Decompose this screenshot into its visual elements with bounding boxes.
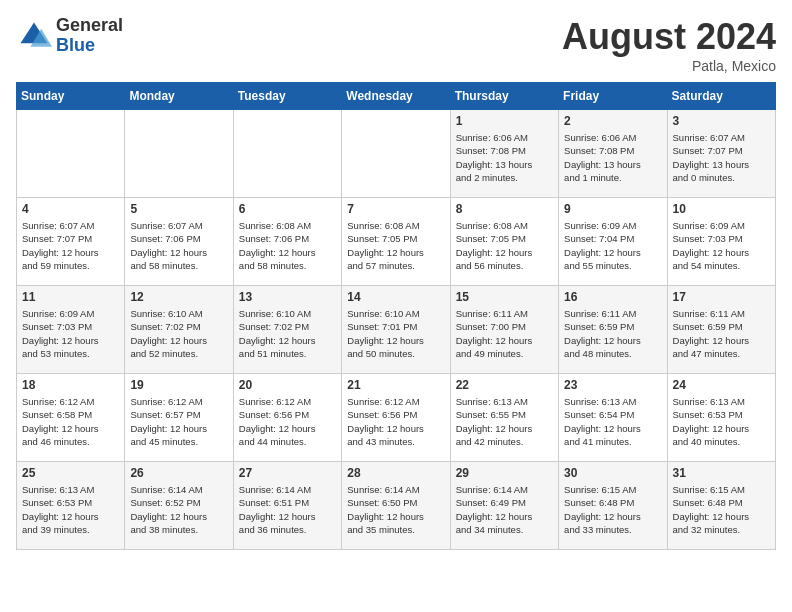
day-number: 14 — [347, 290, 444, 304]
day-cell: 28Sunrise: 6:14 AM Sunset: 6:50 PM Dayli… — [342, 462, 450, 550]
day-number: 22 — [456, 378, 553, 392]
day-cell: 11Sunrise: 6:09 AM Sunset: 7:03 PM Dayli… — [17, 286, 125, 374]
day-number: 28 — [347, 466, 444, 480]
day-cell — [125, 110, 233, 198]
day-info: Sunrise: 6:06 AM Sunset: 7:08 PM Dayligh… — [564, 131, 661, 184]
day-cell: 27Sunrise: 6:14 AM Sunset: 6:51 PM Dayli… — [233, 462, 341, 550]
day-info: Sunrise: 6:14 AM Sunset: 6:49 PM Dayligh… — [456, 483, 553, 536]
day-info: Sunrise: 6:14 AM Sunset: 6:51 PM Dayligh… — [239, 483, 336, 536]
day-number: 24 — [673, 378, 770, 392]
day-number: 18 — [22, 378, 119, 392]
logo-icon — [16, 18, 52, 54]
day-number: 8 — [456, 202, 553, 216]
day-info: Sunrise: 6:09 AM Sunset: 7:03 PM Dayligh… — [22, 307, 119, 360]
page-header: General Blue August 2024 Patla, Mexico — [16, 16, 776, 74]
day-info: Sunrise: 6:11 AM Sunset: 6:59 PM Dayligh… — [564, 307, 661, 360]
header-day-wednesday: Wednesday — [342, 83, 450, 110]
header-day-thursday: Thursday — [450, 83, 558, 110]
day-info: Sunrise: 6:08 AM Sunset: 7:05 PM Dayligh… — [347, 219, 444, 272]
day-number: 27 — [239, 466, 336, 480]
day-number: 2 — [564, 114, 661, 128]
day-number: 1 — [456, 114, 553, 128]
day-info: Sunrise: 6:12 AM Sunset: 6:58 PM Dayligh… — [22, 395, 119, 448]
week-row-3: 11Sunrise: 6:09 AM Sunset: 7:03 PM Dayli… — [17, 286, 776, 374]
header-day-saturday: Saturday — [667, 83, 775, 110]
day-cell: 19Sunrise: 6:12 AM Sunset: 6:57 PM Dayli… — [125, 374, 233, 462]
day-cell: 31Sunrise: 6:15 AM Sunset: 6:48 PM Dayli… — [667, 462, 775, 550]
day-info: Sunrise: 6:13 AM Sunset: 6:53 PM Dayligh… — [673, 395, 770, 448]
header-day-monday: Monday — [125, 83, 233, 110]
day-cell: 15Sunrise: 6:11 AM Sunset: 7:00 PM Dayli… — [450, 286, 558, 374]
day-info: Sunrise: 6:12 AM Sunset: 6:56 PM Dayligh… — [347, 395, 444, 448]
week-row-1: 1Sunrise: 6:06 AM Sunset: 7:08 PM Daylig… — [17, 110, 776, 198]
day-number: 25 — [22, 466, 119, 480]
header-row: SundayMondayTuesdayWednesdayThursdayFrid… — [17, 83, 776, 110]
day-cell: 9Sunrise: 6:09 AM Sunset: 7:04 PM Daylig… — [559, 198, 667, 286]
day-cell: 8Sunrise: 6:08 AM Sunset: 7:05 PM Daylig… — [450, 198, 558, 286]
day-cell: 23Sunrise: 6:13 AM Sunset: 6:54 PM Dayli… — [559, 374, 667, 462]
day-cell: 4Sunrise: 6:07 AM Sunset: 7:07 PM Daylig… — [17, 198, 125, 286]
day-info: Sunrise: 6:10 AM Sunset: 7:02 PM Dayligh… — [130, 307, 227, 360]
day-info: Sunrise: 6:07 AM Sunset: 7:07 PM Dayligh… — [673, 131, 770, 184]
day-number: 17 — [673, 290, 770, 304]
day-number: 31 — [673, 466, 770, 480]
day-number: 19 — [130, 378, 227, 392]
month-title: August 2024 — [562, 16, 776, 58]
day-info: Sunrise: 6:15 AM Sunset: 6:48 PM Dayligh… — [673, 483, 770, 536]
calendar-table: SundayMondayTuesdayWednesdayThursdayFrid… — [16, 82, 776, 550]
day-cell: 3Sunrise: 6:07 AM Sunset: 7:07 PM Daylig… — [667, 110, 775, 198]
day-cell: 10Sunrise: 6:09 AM Sunset: 7:03 PM Dayli… — [667, 198, 775, 286]
day-cell: 20Sunrise: 6:12 AM Sunset: 6:56 PM Dayli… — [233, 374, 341, 462]
day-info: Sunrise: 6:13 AM Sunset: 6:53 PM Dayligh… — [22, 483, 119, 536]
day-number: 29 — [456, 466, 553, 480]
day-number: 15 — [456, 290, 553, 304]
day-info: Sunrise: 6:14 AM Sunset: 6:52 PM Dayligh… — [130, 483, 227, 536]
day-info: Sunrise: 6:13 AM Sunset: 6:54 PM Dayligh… — [564, 395, 661, 448]
day-info: Sunrise: 6:10 AM Sunset: 7:01 PM Dayligh… — [347, 307, 444, 360]
day-cell: 17Sunrise: 6:11 AM Sunset: 6:59 PM Dayli… — [667, 286, 775, 374]
header-day-tuesday: Tuesday — [233, 83, 341, 110]
day-cell — [233, 110, 341, 198]
day-cell — [342, 110, 450, 198]
week-row-2: 4Sunrise: 6:07 AM Sunset: 7:07 PM Daylig… — [17, 198, 776, 286]
day-cell: 30Sunrise: 6:15 AM Sunset: 6:48 PM Dayli… — [559, 462, 667, 550]
week-row-4: 18Sunrise: 6:12 AM Sunset: 6:58 PM Dayli… — [17, 374, 776, 462]
day-number: 21 — [347, 378, 444, 392]
day-info: Sunrise: 6:09 AM Sunset: 7:04 PM Dayligh… — [564, 219, 661, 272]
day-number: 23 — [564, 378, 661, 392]
day-info: Sunrise: 6:07 AM Sunset: 7:07 PM Dayligh… — [22, 219, 119, 272]
day-cell: 1Sunrise: 6:06 AM Sunset: 7:08 PM Daylig… — [450, 110, 558, 198]
day-cell: 24Sunrise: 6:13 AM Sunset: 6:53 PM Dayli… — [667, 374, 775, 462]
day-number: 5 — [130, 202, 227, 216]
day-info: Sunrise: 6:12 AM Sunset: 6:56 PM Dayligh… — [239, 395, 336, 448]
day-info: Sunrise: 6:06 AM Sunset: 7:08 PM Dayligh… — [456, 131, 553, 184]
day-number: 4 — [22, 202, 119, 216]
day-number: 9 — [564, 202, 661, 216]
day-number: 26 — [130, 466, 227, 480]
day-cell: 25Sunrise: 6:13 AM Sunset: 6:53 PM Dayli… — [17, 462, 125, 550]
day-number: 13 — [239, 290, 336, 304]
day-cell: 16Sunrise: 6:11 AM Sunset: 6:59 PM Dayli… — [559, 286, 667, 374]
day-cell: 14Sunrise: 6:10 AM Sunset: 7:01 PM Dayli… — [342, 286, 450, 374]
day-info: Sunrise: 6:11 AM Sunset: 7:00 PM Dayligh… — [456, 307, 553, 360]
day-cell — [17, 110, 125, 198]
day-number: 30 — [564, 466, 661, 480]
day-number: 7 — [347, 202, 444, 216]
day-cell: 22Sunrise: 6:13 AM Sunset: 6:55 PM Dayli… — [450, 374, 558, 462]
day-info: Sunrise: 6:13 AM Sunset: 6:55 PM Dayligh… — [456, 395, 553, 448]
day-number: 11 — [22, 290, 119, 304]
day-number: 12 — [130, 290, 227, 304]
logo-general-text: General — [56, 16, 123, 36]
day-cell: 2Sunrise: 6:06 AM Sunset: 7:08 PM Daylig… — [559, 110, 667, 198]
location: Patla, Mexico — [562, 58, 776, 74]
day-info: Sunrise: 6:07 AM Sunset: 7:06 PM Dayligh… — [130, 219, 227, 272]
day-number: 6 — [239, 202, 336, 216]
logo: General Blue — [16, 16, 123, 56]
day-cell: 18Sunrise: 6:12 AM Sunset: 6:58 PM Dayli… — [17, 374, 125, 462]
title-area: August 2024 Patla, Mexico — [562, 16, 776, 74]
day-number: 10 — [673, 202, 770, 216]
day-info: Sunrise: 6:14 AM Sunset: 6:50 PM Dayligh… — [347, 483, 444, 536]
day-cell: 21Sunrise: 6:12 AM Sunset: 6:56 PM Dayli… — [342, 374, 450, 462]
day-number: 16 — [564, 290, 661, 304]
day-cell: 12Sunrise: 6:10 AM Sunset: 7:02 PM Dayli… — [125, 286, 233, 374]
